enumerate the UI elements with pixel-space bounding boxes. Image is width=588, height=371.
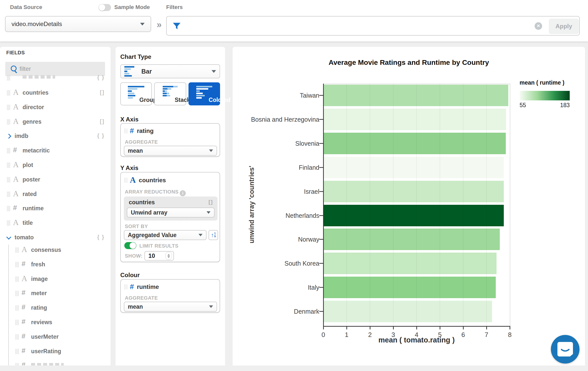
drag-handle-icon[interactable] [16, 291, 19, 296]
drag-handle-icon[interactable] [7, 177, 10, 182]
drag-handle-icon[interactable] [7, 162, 10, 168]
drag-handle-icon[interactable] [7, 119, 10, 125]
mode-grouped-button[interactable]: Grouped [120, 82, 152, 105]
category-label: Norway [298, 236, 319, 243]
sort-direction-button[interactable]: ↑ 19 [209, 230, 218, 240]
field-row-imdb[interactable]: imdb{ } [0, 129, 111, 143]
drag-handle-icon[interactable] [16, 349, 19, 354]
field-label: plot [23, 162, 33, 168]
bar-Italy[interactable] [324, 277, 496, 298]
bar-Israel[interactable] [324, 181, 504, 202]
field-row-runtime[interactable]: #runtime [0, 201, 111, 216]
field-row-countries[interactable]: Acountries[] [0, 86, 111, 100]
field-row-rating[interactable]: #rating [0, 301, 111, 315]
filters-input[interactable]: ✕ Apply [166, 16, 580, 36]
drag-handle-icon[interactable] [16, 363, 19, 365]
field-row-meter[interactable]: #meter [0, 286, 111, 301]
field-row-image[interactable]: Aimage [0, 272, 111, 286]
x-aggregate-label: AGGREGATE [125, 139, 158, 145]
chevron-down-icon[interactable] [6, 235, 11, 240]
drag-handle-icon[interactable] [7, 206, 10, 211]
field-row-poster[interactable]: Aposter [0, 172, 111, 187]
data-source-select[interactable]: video.movieDetails [5, 16, 151, 32]
intercom-chat-button[interactable] [551, 335, 579, 363]
gridline [486, 84, 487, 326]
drag-handle-icon[interactable] [124, 284, 127, 289]
field-row-partial[interactable]: # [0, 358, 111, 365]
mode-colored-button[interactable]: Colored [188, 82, 220, 105]
chart-type-select[interactable]: Bar [120, 64, 220, 78]
drag-handle-icon[interactable] [7, 192, 10, 197]
field-row-partial[interactable]: { } [0, 71, 111, 85]
drag-handle-icon[interactable] [16, 305, 19, 311]
field-label-partial [23, 75, 55, 79]
mode-stacked-button[interactable]: Stacked [154, 82, 186, 105]
y-axis-card: A countries ARRAY REDUCTIONS i countries… [120, 172, 220, 262]
number-field-icon: # [22, 260, 26, 267]
apply-button[interactable]: Apply [549, 19, 579, 34]
bar-Bosnia and Herzegovina[interactable] [324, 109, 506, 130]
clear-filter-icon[interactable]: ✕ [535, 22, 542, 30]
x-axis-title: mean ( tomato.rating ) [323, 336, 510, 344]
colour-aggregate-select[interactable]: mean [124, 302, 217, 312]
string-field-icon: A [13, 103, 19, 111]
reduction-select[interactable]: Unwind array [127, 208, 215, 218]
bar-Denmark[interactable] [324, 301, 492, 322]
x-tick [323, 327, 324, 329]
drag-handle-icon[interactable] [7, 105, 10, 110]
field-row-fresh[interactable]: #fresh [0, 257, 111, 272]
drag-handle-icon[interactable] [16, 262, 19, 267]
drag-handle-icon[interactable] [124, 178, 127, 183]
y-axis-line [323, 84, 324, 327]
drag-handle-icon[interactable] [7, 148, 10, 153]
bar-Slovenia[interactable] [324, 133, 506, 154]
y-axis-field[interactable]: A countries [124, 176, 166, 184]
number-stepper[interactable] [165, 252, 172, 260]
limit-count-input[interactable]: 10 [144, 251, 174, 261]
collapse-chevrons-icon[interactable]: » [157, 20, 162, 30]
field-label: director [23, 104, 44, 111]
drag-handle-icon[interactable] [124, 128, 127, 133]
drag-handle-icon[interactable] [16, 247, 19, 253]
x-axis-field[interactable]: # rating [124, 127, 154, 134]
drag-handle-icon[interactable] [16, 320, 19, 325]
bar-Taiwan[interactable] [324, 85, 508, 106]
string-field-icon: A [13, 219, 19, 226]
sort-by-select[interactable]: Aggregated Value [124, 230, 207, 240]
colour-field[interactable]: # runtime [124, 283, 159, 290]
array-badge: [] [100, 89, 105, 96]
field-label: meter [31, 290, 47, 297]
bar-Finland[interactable] [324, 157, 504, 178]
number-field-icon: # [22, 347, 26, 354]
number-field-icon: # [130, 127, 134, 134]
sample-mode-toggle[interactable] [99, 4, 111, 11]
x-aggregate-select[interactable]: mean [124, 146, 217, 156]
field-row-metacritic[interactable]: #metacritic [0, 143, 111, 158]
category-label: South Korea [284, 260, 319, 267]
chevron-down-icon [140, 23, 145, 26]
field-row-title[interactable]: Atitle [0, 216, 111, 230]
field-row-userRating[interactable]: #userRating [0, 344, 111, 359]
number-field-icon: # [22, 361, 26, 365]
drag-handle-icon[interactable] [16, 334, 19, 340]
stacked-bars-icon [163, 86, 178, 96]
field-row-director[interactable]: Adirector [0, 100, 111, 115]
field-row-consensus[interactable]: Aconsensus [0, 243, 111, 257]
drag-handle-icon[interactable] [16, 276, 19, 282]
field-row-reviews[interactable]: #reviews [0, 315, 111, 330]
drag-handle-icon[interactable] [7, 75, 10, 81]
field-row-plot[interactable]: Aplot [0, 158, 111, 172]
limit-results-toggle[interactable] [124, 242, 136, 249]
bar-Norway[interactable] [324, 229, 500, 250]
field-row-genres[interactable]: Agenres[] [0, 115, 111, 129]
field-row-userMeter[interactable]: #userMeter [0, 330, 111, 344]
chevron-right-icon[interactable] [6, 134, 11, 139]
bar-South Korea[interactable] [324, 253, 497, 274]
drag-handle-icon[interactable] [7, 220, 10, 226]
field-row-rated[interactable]: Arated [0, 187, 111, 202]
gridline [416, 84, 417, 326]
drag-handle-icon[interactable] [7, 90, 10, 96]
bar-Netherlands[interactable] [324, 205, 504, 226]
info-icon[interactable]: i [180, 190, 186, 196]
field-label: genres [23, 118, 41, 125]
